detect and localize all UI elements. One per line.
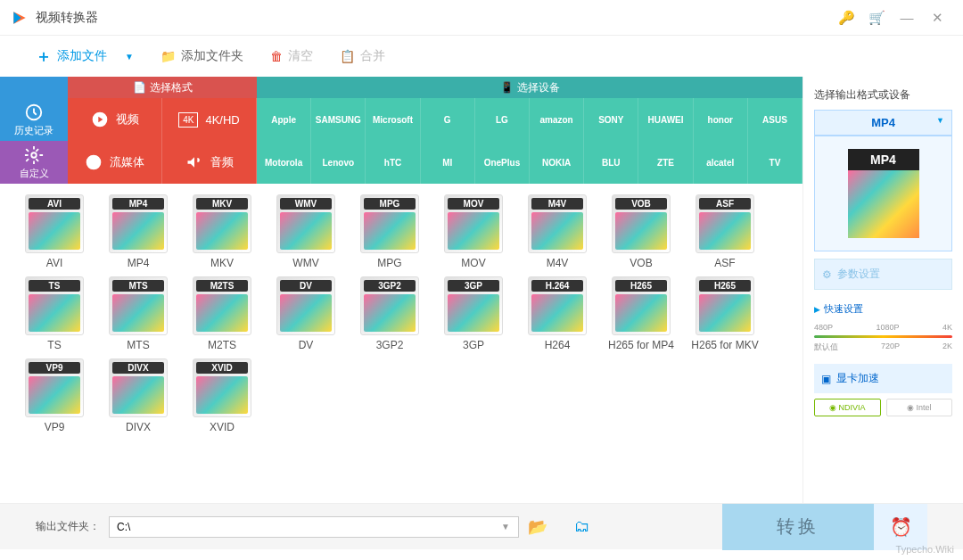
nvidia-chip[interactable]: ◉ NDIVIA xyxy=(814,399,881,416)
brand-asus[interactable]: ASUS xyxy=(748,98,802,141)
tab-device[interactable]: 📱选择设备 xyxy=(257,77,802,98)
brand-g[interactable]: G xyxy=(421,98,475,141)
format-mkv[interactable]: MKVMKV xyxy=(184,194,260,269)
clear-button[interactable]: 🗑清空 xyxy=(270,48,313,64)
format-wmv[interactable]: WMVWMV xyxy=(268,194,344,269)
brand-mi[interactable]: MI xyxy=(421,141,475,184)
brand-apple[interactable]: Apple xyxy=(257,98,311,141)
format-vob[interactable]: VOBVOB xyxy=(603,194,679,269)
format-vp9[interactable]: VP9VP9 xyxy=(16,358,93,433)
brand-lg[interactable]: LG xyxy=(475,98,530,141)
format-h265-for-mkv[interactable]: H265H265 for MKV xyxy=(687,276,763,351)
format-dv[interactable]: DVDV xyxy=(268,276,344,351)
brand-microsoft[interactable]: Microsoft xyxy=(366,98,420,141)
format-mp4[interactable]: MP4MP4 xyxy=(100,194,177,269)
add-file-button[interactable]: ＋添加文件▼ xyxy=(36,45,134,67)
format-xvid[interactable]: XVIDXVID xyxy=(184,358,260,433)
app-logo-icon xyxy=(11,9,29,27)
quick-settings-label: 快速设置 xyxy=(814,302,952,316)
cart-icon[interactable]: 🛒 xyxy=(861,10,892,26)
tab-format[interactable]: 📄选择格式 xyxy=(68,77,257,98)
toolbar: ＋添加文件▼ 📁添加文件夹 🗑清空 📋合并 xyxy=(0,36,963,77)
intel-chip[interactable]: ◉ Intel xyxy=(886,399,953,416)
brand-amazon[interactable]: amazon xyxy=(530,98,584,141)
output-preview: MP4 xyxy=(814,136,952,251)
gpu-accel-button[interactable]: ▣显卡加速 xyxy=(814,364,952,393)
format-h264[interactable]: H.264H264 xyxy=(519,276,596,351)
brand-zte[interactable]: ZTE xyxy=(638,141,693,184)
brand-htc[interactable]: hTC xyxy=(366,141,420,184)
brand-lenovo[interactable]: Lenovo xyxy=(311,141,366,184)
format-mov[interactable]: MOVMOV xyxy=(435,194,512,269)
side-panel: 选择输出格式或设备 MP4 MP4 ⚙参数设置 快速设置 480P1080P4K… xyxy=(802,77,963,503)
side-title: 选择输出格式或设备 xyxy=(814,87,952,103)
param-settings-button[interactable]: ⚙参数设置 xyxy=(814,259,952,290)
category-stream[interactable]: 流媒体 xyxy=(68,141,162,184)
brand-huawei[interactable]: HUAWEI xyxy=(638,98,693,141)
format-divx[interactable]: DIVXDIVX xyxy=(100,358,177,433)
history-button[interactable]: 历史记录 xyxy=(0,98,68,141)
format-mts[interactable]: MTSMTS xyxy=(100,276,177,351)
category-4k[interactable]: 4K4K/HD xyxy=(162,98,257,141)
custom-button[interactable]: 自定义 xyxy=(0,141,68,184)
close-button[interactable]: ✕ xyxy=(922,10,952,26)
brand-oneplus[interactable]: OnePlus xyxy=(475,141,530,184)
format-3gp2[interactable]: 3GP23GP2 xyxy=(351,276,428,351)
watermark: Typecho.Wiki xyxy=(896,544,954,555)
open-folder-icon[interactable]: 📂 xyxy=(528,517,547,537)
brand-samsung[interactable]: SAMSUNG xyxy=(311,98,366,141)
output-path-input[interactable] xyxy=(109,516,519,538)
format-mpg[interactable]: MPGMPG xyxy=(351,194,428,269)
register-icon[interactable]: 🔑 xyxy=(831,10,861,26)
brand-nokia[interactable]: NOKIA xyxy=(530,141,584,184)
output-format-select[interactable]: MP4 xyxy=(814,110,952,136)
category-video[interactable]: 视频 xyxy=(68,98,162,141)
format-ts[interactable]: TSTS xyxy=(16,276,93,351)
schedule-icon[interactable]: ⏰ xyxy=(874,504,927,550)
output-folder-label: 输出文件夹： xyxy=(36,519,100,534)
format-h265-for-mp4[interactable]: H265H265 for MP4 xyxy=(603,276,679,351)
svg-point-2 xyxy=(31,152,37,158)
bottom-bar: 输出文件夹： ▼ 📂 🗂 转换 ⏰ xyxy=(0,503,963,549)
format-m2ts[interactable]: M2TSM2TS xyxy=(184,276,260,351)
format-asf[interactable]: ASFASF xyxy=(687,194,763,269)
quality-slider[interactable]: 480P1080P4K 默认值720P2K xyxy=(814,323,952,353)
merge-button[interactable]: 📋合并 xyxy=(340,48,385,64)
add-folder-button[interactable]: 📁添加文件夹 xyxy=(160,48,243,64)
convert-button[interactable]: 转换 xyxy=(722,504,874,550)
format-grid: AVIAVIMP4MP4MKVMKVWMVWMVMPGMPGMOVMOVM4VM… xyxy=(0,184,802,503)
titlebar: 视频转换器 🔑 🛒 — ✕ xyxy=(0,0,963,36)
brand-blu[interactable]: BLU xyxy=(584,141,638,184)
brand-sony[interactable]: SONY xyxy=(584,98,638,141)
brand-honor[interactable]: honor xyxy=(694,98,748,141)
category-audio[interactable]: 音频 xyxy=(162,141,257,184)
svg-point-3 xyxy=(86,155,102,170)
format-m4v[interactable]: M4VM4V xyxy=(519,194,596,269)
brand-tv[interactable]: TV xyxy=(748,141,802,184)
format-3gp[interactable]: 3GP3GP xyxy=(435,276,512,351)
brand-alcatel[interactable]: alcatel xyxy=(694,141,748,184)
brand-motorola[interactable]: Motorola xyxy=(257,141,311,184)
format-avi[interactable]: AVIAVI xyxy=(16,194,93,269)
app-title: 视频转换器 xyxy=(36,10,831,26)
minimize-button[interactable]: — xyxy=(892,10,922,25)
browse-folder-icon[interactable]: 🗂 xyxy=(574,517,590,537)
